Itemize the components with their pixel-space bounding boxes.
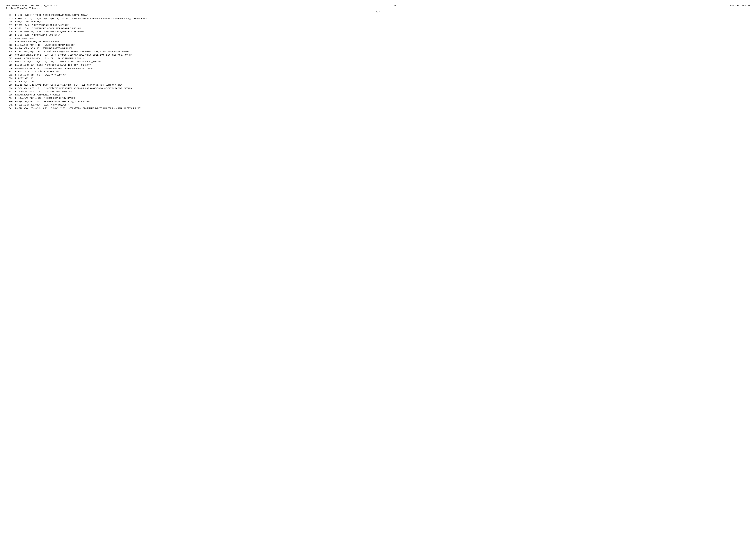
row-number: 326: [6, 54, 15, 57]
row-number: 334: [6, 80, 15, 83]
row-content: Е7-352(А2=0,58)' 2,1' ' УСТРОЙСТВО КОЛОД…: [15, 50, 750, 53]
row-content: С113-622(=1)' 1*: [15, 80, 750, 83]
row-number: 328: [6, 61, 15, 64]
row-content: Е11-2(А2=38,74)' 0,423' ' УПЛОТНЕНИЕ ГРУ…: [15, 97, 750, 100]
row-number: 341: [6, 104, 15, 107]
section-title: ДА*: [6, 11, 750, 13]
row-content: П2ПРИЕМНЫЙ КОЛОДЕЦ ДЛЯ ЗАЛИВА ТОПЛИВА*: [15, 40, 750, 43]
row-content: Е41-21' 0,02' ' ПРОКЛАДКА СТЕКЛОТКАНИ*: [15, 34, 750, 37]
row-number: 317: [6, 24, 15, 27]
header-page: - 52 -: [391, 5, 398, 7]
row-content: Е11-11 ССЦП.1-15,17(А2=27,66+(26,2-26,3)…: [15, 84, 750, 87]
table-row: 329Е11-69(А2=68,16)' 0,032' ' УСТРОЙСТВО…: [6, 64, 750, 67]
row-number: 319: [6, 31, 15, 33]
table-row: 318Е7-701' 6,42' ' УПЛОТНЕНИЕ СТЫКОВ ПРО…: [6, 27, 750, 30]
table-row: 337Е27-169(А2=147,77)' 0,1' ' АСФАЛЬТОВА…: [6, 90, 750, 93]
row-number: 314: [6, 14, 15, 17]
row-number: 322: [6, 40, 15, 43]
row-number: 321: [6, 37, 15, 40]
row-content: 608-7126 ССЦП.9-250(=1)' 0,6' 56,6' СТОИ…: [15, 54, 750, 57]
row-content: Е7-701' 6,42' ' УПЛОТНЕНИЕ СТЫКОВ ПРОКЛА…: [15, 27, 750, 30]
table-row: 328608-7113 ССЦП.9-225(=1)' 1,1' 68,1' С…: [6, 61, 750, 64]
row-content: Е11-69(А2=68,16)' 0,032' ' УСТРОЙСТВО ЦЕ…: [15, 64, 750, 67]
row-number: 323: [6, 44, 15, 47]
table-row: 317Е7-707' 6,42' ' ГЕРМЕТИЗАЦИЯ СТЫКОВ М…: [6, 24, 750, 27]
row-content: Е8-27(А2=69,0)' 0,22' ' ОБМАЗКА КОЛОДЦА …: [15, 67, 750, 70]
table-row: 320Е41-21' 0,02' ' ПРОКЛАДКА СТЕКЛОТКАНИ…: [6, 34, 750, 37]
table-row: 336Е27-52(А2=125,53)' 0,1' ' УСТРОЙСТВО …: [6, 87, 750, 90]
row-content: 608-7126 ССЦП.9-256(=1)' 0,9' 52,1' То Ж…: [15, 57, 750, 60]
row-content: Е46-53' 0,10' ' УСТРОЙСТВО ОТВЕРСТИЙ*: [15, 70, 750, 73]
table-row: 324Е6-1(А2=27,42)' 0,6' ' БЕТОННАЯ ПОДГО…: [6, 47, 750, 50]
row-number: 336: [6, 87, 15, 90]
table-row: 319Е11-55(А2=59,17)' 0,69' ' ВЫКРУЖКА ИЗ…: [6, 31, 750, 33]
row-number: 330: [6, 67, 15, 70]
row-number: 318: [6, 27, 15, 30]
table-row: 332Е46-69(А2=63,01)' 0,5' ' ЗАДЕЛКА ОТВЕ…: [6, 74, 750, 77]
row-content: 608-7113 ССЦП.9-225(=1)' 1,1' 68,1' СТОИ…: [15, 61, 750, 64]
table-row: 325Е7-352(А2=0,58)' 2,1' ' УСТРОЙСТВО КО…: [6, 50, 750, 53]
row-content: П2КОМПЕНСАЦИОННЫЕ УСТРОЙСТВА И КОЛОДЦЫ*: [15, 94, 750, 96]
table-row: 327608-7126 ССЦП.9-256(=1)' 0,9' 52,1' Т…: [6, 57, 750, 60]
row-number: 316: [6, 20, 15, 23]
header-program: ПРОГРАММНЫЙ КОМПЛЕКС АВС-3ЕС ( РЕДАКЦИЯ …: [6, 5, 60, 7]
table-row: 334С113-622(=1)' 1*: [6, 80, 750, 83]
table-row: 341Е6-302(А2=33,4.0,085#)' 67,1' ' ГРУНТ…: [6, 104, 750, 107]
row-content: Н3=1,1' Н4=1,1' Н5=1,1*: [15, 20, 750, 23]
table-row: 322П2ПРИЕМНЫЙ КОЛОДЕЦ ДЛЯ ЗАЛИВА ТОПЛИВА…: [6, 40, 750, 43]
row-number: 329: [6, 64, 15, 67]
row-content: Е6-302(А2=33,4.0,085#)' 67,1' ' ГРУНТОЦЕ…: [15, 104, 750, 107]
row-number: 331: [6, 70, 15, 73]
row-content: Е6-226(А2=41,26-(32,1-28,2).1,015#)' 17,…: [15, 107, 750, 110]
table-row: 339Е11-2(А2=38,74)' 0,423' ' УПЛОТНЕНИЕ …: [6, 97, 750, 100]
row-number: 325: [6, 50, 15, 53]
row-content: Н3=1' Н4=1' Н5=1*: [15, 37, 750, 40]
row-content: Е6-1(А2=27,42)' 0,6' ' БЕТОННАЯ ПОДГОТОВ…: [15, 47, 750, 50]
row-content: Е27-169(А2=147,77)' 0,1' ' АСФАЛЬТОВАЯ О…: [15, 90, 750, 93]
row-content: Е46-69(А2=63,01)' 0,5' ' ЗАДЕЛКА ОТВЕРСТ…: [15, 74, 750, 77]
content-table: 314Е41-22' 0,204' ' ТО ЖЕ 2 СЛОЯ СТЕКЛОТ…: [6, 14, 750, 110]
row-number: 332: [6, 74, 15, 77]
row-content: Е11-55(А2=59,17)' 0,69' ' ВЫКРУЖКА ИЗ ЦЕ…: [15, 31, 750, 33]
table-row: 330Е8-27(А2=69,0)' 0,22' ' ОБМАЗКА КОЛОД…: [6, 67, 750, 70]
row-content: Е7-707' 6,42' ' ГЕРМЕТИЗАЦИЯ СТЫКОВ МАСТ…: [15, 24, 750, 27]
table-row: 342Е6-226(А2=41,26-(32,1-28,2).1,015#)' …: [6, 107, 750, 110]
row-number: 338: [6, 94, 15, 96]
table-row: 323Е11-2(А2=38,74)' 0,10' ' УПЛОТНЕНИЕ Г…: [6, 44, 750, 47]
row-content: Е23-157(=1)' 1*: [15, 77, 750, 80]
table-row: 340Е6-1(А2=27,42)' 3,75' ' БЕТОННАЯ ПОДГ…: [6, 100, 750, 103]
row-number: 339: [6, 97, 15, 100]
table-row: 315Е13-241(А5.2)(А3.2)(А4.2)(А2.2)(Р1.2)…: [6, 17, 750, 20]
table-row: 316Н3=1,1' Н4=1,1' Н5=1,1*: [6, 20, 750, 23]
row-number: 315: [6, 17, 15, 20]
row-number: 337: [6, 90, 15, 93]
row-content: Е41-22' 0,204' ' ТО ЖЕ 2 СЛОЯ СТЕКЛОТКАН…: [15, 14, 750, 17]
row-number: 327: [6, 57, 15, 60]
table-row: 314Е41-22' 0,204' ' ТО ЖЕ 2 СЛОЯ СТЕКЛОТ…: [6, 14, 750, 17]
row-content: Е27-52(А2=125,53)' 0,1' ' УСТРОЙСТВО ЩЕБ…: [15, 87, 750, 90]
table-row: 333Е23-157(=1)' 1*: [6, 77, 750, 80]
row-number: 335: [6, 84, 15, 87]
table-row: 335Е11-11 ССЦП.1-15,17(А2=27,66+(26,2-26…: [6, 84, 750, 87]
row-number: 333: [6, 77, 15, 80]
row-number: 342: [6, 107, 15, 110]
header-subtitle: Г.2-IV-3.90 Альбом I3 Книга 2: [6, 7, 750, 10]
row-content: Е13-241(А5.2)(А3.2)(А4.2)(А2.2)(Р1.2)' 1…: [15, 17, 750, 20]
row-number: 324: [6, 47, 15, 50]
row-number: 340: [6, 100, 15, 103]
table-row: 338П2КОМПЕНСАЦИОННЫЕ УСТРОЙСТВА И КОЛОДЦ…: [6, 94, 750, 96]
row-content: Е11-2(А2=38,74)' 0,10' ' УПЛОТНЕНИЕ ГРУН…: [15, 44, 750, 47]
table-row: 326608-7126 ССЦП.9-250(=1)' 0,6' 56,6' С…: [6, 54, 750, 57]
row-content: Е6-1(А2=27,42)' 3,75' ' БЕТОННАЯ ПОДГОТО…: [15, 100, 750, 103]
table-row: 321Н3=1' Н4=1' Н5=1*: [6, 37, 750, 40]
row-number: 320: [6, 34, 15, 37]
header-doc-number: 24383-13 14890108: [730, 5, 750, 7]
table-row: 331Е46-53' 0,10' ' УСТРОЙСТВО ОТВЕРСТИЙ*: [6, 70, 750, 73]
